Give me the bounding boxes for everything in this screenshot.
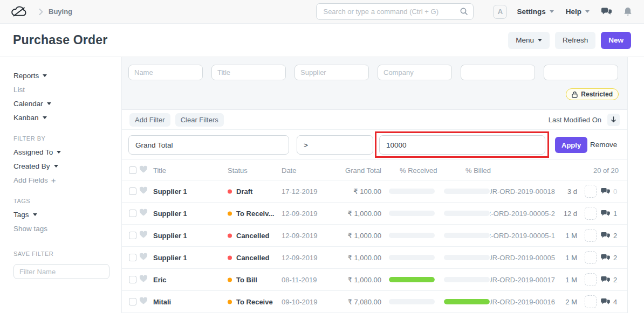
sidebar-item-reports[interactable]: Reports <box>13 71 121 80</box>
search-input[interactable] <box>316 3 474 20</box>
row-title[interactable]: Mitali <box>153 298 171 306</box>
status-dot <box>228 189 232 193</box>
filter-name-input[interactable] <box>13 264 109 279</box>
heart-icon[interactable] <box>139 297 148 307</box>
sidebar-item-show-tags[interactable]: Show tags <box>13 224 121 233</box>
refresh-button[interactable]: Refresh <box>555 32 595 49</box>
sidebar-item-list[interactable]: List <box>13 85 121 94</box>
list-row[interactable]: Eric To Bill 08-11-2019 ₹ 1,000.00 PUR-O… <box>122 269 627 291</box>
restricted-label: Restricted <box>581 91 613 98</box>
status-badge: To Receive <box>228 298 273 306</box>
remove-filter-button[interactable]: Remove <box>590 141 617 149</box>
list-label: List <box>13 86 25 94</box>
heart-icon[interactable] <box>139 275 148 284</box>
row-checkbox[interactable] <box>129 276 136 283</box>
select-all-checkbox[interactable] <box>129 166 136 174</box>
page-actions: Menu Refresh New <box>508 32 631 49</box>
avatar[interactable]: A <box>493 5 507 19</box>
comment-indicator: 1 <box>601 210 617 218</box>
app-logo-icon[interactable] <box>10 5 28 18</box>
heart-icon[interactable] <box>139 187 148 196</box>
heart-icon[interactable] <box>139 209 148 218</box>
chevron-down-icon <box>538 39 542 41</box>
filter-operator-input[interactable] <box>297 135 373 155</box>
assign-button[interactable] <box>585 251 597 264</box>
row-date: 12-09-2019 <box>282 254 318 262</box>
billed-progress <box>444 189 490 194</box>
comment-count: 4 <box>613 298 617 306</box>
sidebar-item-calendar[interactable]: Calendar <box>13 99 121 108</box>
add-filter-button[interactable]: Add Filter <box>129 113 170 127</box>
quick-filter-company-input[interactable] <box>378 65 452 80</box>
notifications-bell-icon[interactable] <box>624 7 632 17</box>
clear-filters-button[interactable]: Clear Filters <box>175 113 224 127</box>
assign-button[interactable] <box>585 295 597 308</box>
column-header-grand-total: Grand Total <box>329 166 381 174</box>
tags-heading: TAGS <box>13 198 121 204</box>
row-date: 08-11-2019 <box>282 276 317 284</box>
sidebar-item-created-by[interactable]: Created By <box>13 162 121 171</box>
apply-button[interactable]: Apply <box>555 137 587 153</box>
breadcrumb[interactable]: Buying <box>49 8 72 16</box>
billed-progress <box>444 299 490 304</box>
sidebar-item-add-fields[interactable]: Add Fields + <box>13 176 121 185</box>
row-title[interactable]: Supplier 1 <box>153 254 187 262</box>
quick-filter-name-input[interactable] <box>128 65 203 80</box>
lock-icon <box>572 91 578 98</box>
list-row[interactable]: Supplier 1 Cancelled 12-09-2019 ₹ 1,000.… <box>122 247 627 269</box>
row-checkbox[interactable] <box>129 254 136 261</box>
filter-value-input[interactable] <box>379 135 545 155</box>
heart-icon[interactable] <box>139 231 148 240</box>
quick-filter-5-input[interactable] <box>461 65 535 80</box>
row-checkbox[interactable] <box>129 232 136 239</box>
row-date: 12-09-2019 <box>282 232 318 240</box>
row-checkbox[interactable] <box>129 187 136 195</box>
quick-filter-title-input[interactable] <box>211 65 286 80</box>
heart-icon[interactable] <box>139 253 148 262</box>
row-title[interactable]: Supplier 1 <box>153 210 187 218</box>
sort-direction-button[interactable] <box>607 114 620 126</box>
list-row[interactable]: Mitali To Receive 09-10-2019 ₹ 7,080.00 … <box>122 291 627 313</box>
row-title[interactable]: Eric <box>153 276 167 284</box>
sort-by-label[interactable]: Last Modified On <box>549 116 601 124</box>
help-dropdown[interactable]: Help <box>566 8 590 16</box>
row-checkbox[interactable] <box>129 210 136 217</box>
comment-icon <box>601 254 610 261</box>
assign-button[interactable] <box>585 273 597 286</box>
chat-icon[interactable] <box>601 8 612 16</box>
status-dot <box>228 255 232 260</box>
quick-filter-supplier-input[interactable] <box>294 65 369 80</box>
chevron-down-icon <box>54 165 58 168</box>
row-title[interactable]: Supplier 1 <box>153 232 187 240</box>
chevron-down-icon <box>57 151 61 154</box>
settings-dropdown[interactable]: Settings <box>517 8 553 16</box>
row-title[interactable]: Supplier 1 <box>153 187 187 196</box>
row-checkbox[interactable] <box>129 298 136 305</box>
assign-button[interactable] <box>585 207 597 220</box>
list-rows: Supplier 1 Draft 17-12-2019 ₹ 100.00 PUR… <box>122 180 627 313</box>
restricted-badge[interactable]: Restricted <box>566 88 619 100</box>
list-row[interactable]: Supplier 1 Cancelled 12-09-2019 ₹ 1,000.… <box>122 225 627 247</box>
sidebar: Reports List Calendar Kanban FILTER BY A… <box>0 57 121 313</box>
comment-icon <box>601 298 610 305</box>
assign-button[interactable] <box>585 185 597 198</box>
column-header-title: Title <box>153 166 166 174</box>
comment-count: 2 <box>613 232 617 240</box>
sidebar-item-kanban[interactable]: Kanban <box>13 113 121 122</box>
menu-button[interactable]: Menu <box>508 32 550 49</box>
assign-button[interactable] <box>585 229 597 242</box>
list-row[interactable]: Supplier 1 Draft 17-12-2019 ₹ 100.00 PUR… <box>122 180 627 203</box>
sidebar-item-tags[interactable]: Tags <box>13 210 121 219</box>
billed-progress <box>444 211 490 216</box>
breadcrumb-chevron-icon <box>39 9 43 15</box>
column-header-date: Date <box>282 166 296 174</box>
filter-fieldname-input[interactable] <box>128 135 289 155</box>
status-dot <box>228 300 232 304</box>
column-header-status: Status <box>228 166 248 174</box>
new-button[interactable]: New <box>601 32 631 49</box>
list-row[interactable]: Supplier 1 To Receiv... 12-09-2019 ₹ 1,0… <box>122 203 627 225</box>
sidebar-item-assigned-to[interactable]: Assigned To <box>13 148 121 157</box>
heart-icon[interactable] <box>139 165 148 175</box>
quick-filter-6-input[interactable] <box>544 65 618 80</box>
sort-area: Last Modified On <box>549 114 620 126</box>
